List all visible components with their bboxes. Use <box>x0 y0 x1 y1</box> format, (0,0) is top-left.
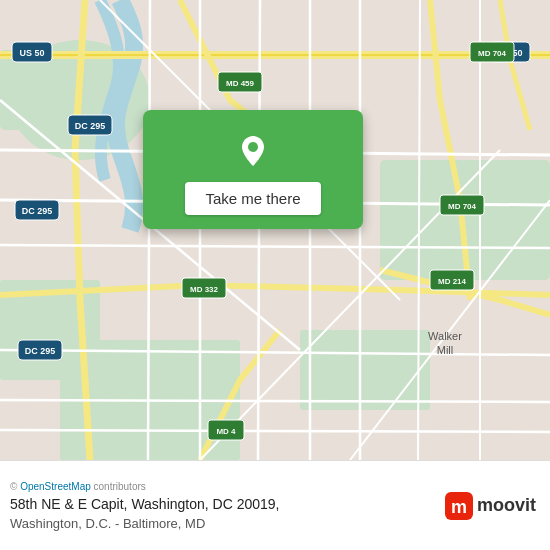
location-card: Take me there <box>143 110 363 229</box>
moovit-icon: m <box>445 492 473 520</box>
svg-point-32 <box>248 142 258 152</box>
credit-suffix: contributors <box>91 481 146 492</box>
svg-text:MD 704: MD 704 <box>448 202 477 211</box>
take-me-there-button[interactable]: Take me there <box>185 182 320 215</box>
svg-text:MD 4: MD 4 <box>216 427 236 436</box>
svg-text:DC 295: DC 295 <box>25 346 56 356</box>
city-line: Washington, D.C. - Baltimore, MD <box>10 516 280 531</box>
svg-text:MD 214: MD 214 <box>438 277 467 286</box>
map-container: US 50 US 50 DC 295 DC 295 DC 295 MD 459 … <box>0 0 550 460</box>
moovit-text: moovit <box>477 495 536 516</box>
svg-text:DC 295: DC 295 <box>22 206 53 216</box>
svg-text:m: m <box>451 497 467 517</box>
moovit-logo: m moovit <box>445 492 536 520</box>
location-pin-icon <box>231 128 275 172</box>
svg-text:Mill: Mill <box>437 344 454 356</box>
credit-prefix: © <box>10 481 20 492</box>
info-left: © OpenStreetMap contributors 58th NE & E… <box>10 481 280 531</box>
credit-link[interactable]: OpenStreetMap <box>20 481 91 492</box>
svg-text:DC 295: DC 295 <box>75 121 106 131</box>
svg-text:MD 332: MD 332 <box>190 285 219 294</box>
svg-text:Walker: Walker <box>428 330 462 342</box>
svg-text:MD 704: MD 704 <box>478 49 507 58</box>
svg-text:MD 459: MD 459 <box>226 79 255 88</box>
address-line: 58th NE & E Capit, Washington, DC 20019, <box>10 496 280 512</box>
svg-rect-6 <box>300 330 430 410</box>
info-bar: © OpenStreetMap contributors 58th NE & E… <box>0 460 550 550</box>
svg-text:US 50: US 50 <box>19 48 44 58</box>
openstreetmap-credit: © OpenStreetMap contributors <box>10 481 280 492</box>
map-svg: US 50 US 50 DC 295 DC 295 DC 295 MD 459 … <box>0 0 550 460</box>
